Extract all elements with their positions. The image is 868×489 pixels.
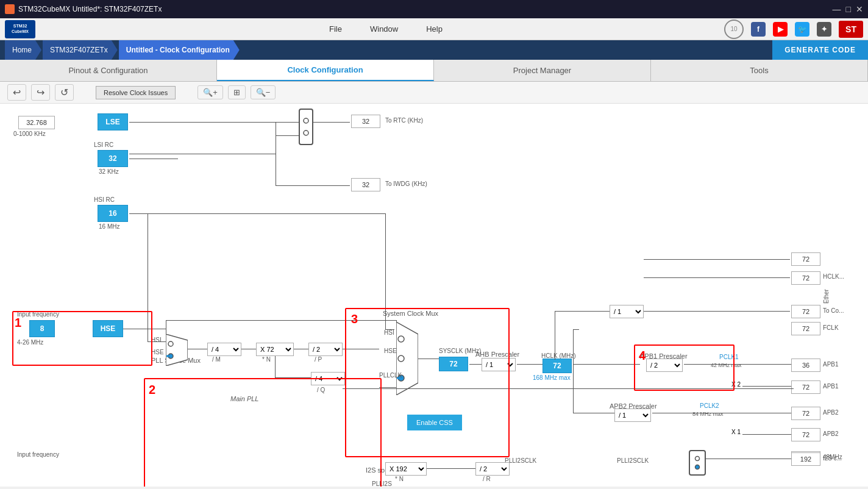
svg-point-12 xyxy=(695,465,700,469)
hclk-value[interactable]: 72 xyxy=(542,359,572,373)
hse-value-block[interactable]: 8 xyxy=(29,320,55,337)
hse-freq-range: 4-26 MHz xyxy=(17,339,43,346)
pclk2-label: PCLK2 xyxy=(700,402,719,409)
svg-point-8 xyxy=(398,355,404,362)
maximize-btn[interactable]: □ xyxy=(846,4,851,14)
menu-items: File Window Help xyxy=(48,22,724,36)
breadcrumb-device[interactable]: STM32F407ZETx xyxy=(43,40,118,60)
redo-button[interactable]: ↪ xyxy=(31,84,50,101)
sys-clock-mux-title: System Clock Mux xyxy=(383,310,456,322)
st-logo: ST xyxy=(839,21,863,38)
logo: STM32CubeMX xyxy=(5,20,35,38)
twitter-icon[interactable]: 🐦 xyxy=(795,22,809,37)
plli2sclk-label-right: PLLI2SCLK xyxy=(617,457,649,464)
iwdg-label: To IWDG (KHz) xyxy=(385,180,427,187)
generate-code-button[interactable]: GENERATE CODE xyxy=(772,40,868,60)
menu-file[interactable]: File xyxy=(324,22,347,36)
tab-pinout[interactable]: Pinout & Configuration xyxy=(0,60,217,81)
apb2-prescaler-select[interactable]: / 1 / 2 / 4 / 8 / 16 xyxy=(614,409,651,422)
svg-point-5 xyxy=(166,355,169,357)
minimize-btn[interactable]: — xyxy=(833,4,841,14)
i2s-mux[interactable] xyxy=(689,450,706,476)
lsi-label: LSI RC xyxy=(94,141,113,148)
version-badge: 10 xyxy=(724,20,744,39)
input-freq-label: Input frequency xyxy=(17,311,59,318)
svg-marker-2 xyxy=(166,334,188,366)
sysclk-value[interactable]: 72 xyxy=(439,357,468,371)
tab-project[interactable]: Project Manager xyxy=(434,60,651,81)
facebook-icon[interactable]: f xyxy=(751,22,766,37)
breadcrumb-home[interactable]: Home xyxy=(5,40,41,60)
step3-outline xyxy=(345,308,510,457)
apb2-per-value: 72 xyxy=(791,428,820,441)
menu-help[interactable]: Help xyxy=(421,22,447,36)
div-p-label: / P xyxy=(315,356,322,363)
tab-tools[interactable]: Tools xyxy=(651,60,868,81)
lsi-value-block[interactable]: 32 xyxy=(98,150,128,167)
div-q-select[interactable]: / 4 / 2 / 6 / 8 xyxy=(311,372,345,385)
main-pll-label: Main PLL xyxy=(230,395,258,402)
menu-bar: STM32CubeMX File Window Help 10 f ▶ 🐦 ✦ … xyxy=(0,18,868,40)
breadcrumb-bar: Home STM32F407ZETx Untitled - Clock Conf… xyxy=(0,40,868,60)
ahb-prescaler-select[interactable]: / 1 / 2 / 4 / 8 / 16 xyxy=(482,358,516,371)
lse-lsi-mux[interactable] xyxy=(299,109,313,145)
div-m-select[interactable]: / 4 / 1 / 2 / 3 / 5 / 6 / 8 xyxy=(207,343,241,356)
undo-button[interactable]: ↩ xyxy=(7,84,26,101)
mul-n-label: * N xyxy=(262,356,271,363)
logo-box: STM32CubeMX xyxy=(5,20,35,38)
fit-button[interactable]: ⊞ xyxy=(228,85,246,99)
x2-label: X 2 xyxy=(731,381,741,388)
step2-label: 2 xyxy=(149,383,155,397)
tab-clock[interactable]: Clock Configuration xyxy=(217,60,434,81)
youtube-icon[interactable]: ▶ xyxy=(773,22,788,37)
zoom-in-button[interactable]: 🔍+ xyxy=(197,85,223,99)
div1-select[interactable]: / 1 xyxy=(610,305,644,318)
plli2s-mul-select[interactable]: X 192 X 100 xyxy=(385,462,427,476)
hclk-mem-value: 72 xyxy=(791,271,820,285)
apb2-per-label: APB2 xyxy=(823,430,839,437)
resolve-clock-button[interactable]: Resolve Clock Issues xyxy=(96,86,176,99)
lse-block: LSE xyxy=(98,113,128,130)
hsi-value-block[interactable]: 16 xyxy=(98,205,128,222)
svg-point-7 xyxy=(398,336,404,342)
toco-label: To Co... xyxy=(823,307,844,314)
tab-bar: Pinout & Configuration Clock Configurati… xyxy=(0,60,868,82)
lse-freq-input[interactable]: 32.768 xyxy=(18,116,55,129)
breadcrumb-current[interactable]: Untitled - Clock Configuration xyxy=(119,40,240,60)
menu-right: 10 f ▶ 🐦 ✦ ST xyxy=(724,20,863,39)
hclk-mem-label: HCLK... xyxy=(823,273,844,280)
x1-label: X 1 xyxy=(731,429,741,435)
hse-sys-label: HSE xyxy=(384,348,397,354)
lse-freq-range: 0-1000 KHz xyxy=(13,130,46,137)
input-freq-label-bottom: Input frequency xyxy=(17,451,59,458)
hsi-unit: 16 MHz xyxy=(99,223,119,230)
enable-css-button[interactable]: Enable CSS xyxy=(407,415,462,430)
plli2s-label: PLLI2S xyxy=(372,480,392,487)
apb1-prescaler-select[interactable]: / 2 / 1 / 4 / 8 / 16 xyxy=(646,359,683,372)
iwdg-value: 32 xyxy=(351,178,380,191)
close-btn[interactable]: ✕ xyxy=(856,4,863,14)
menu-window[interactable]: Window xyxy=(365,22,403,36)
app-icon xyxy=(5,4,15,14)
zoom-out-button[interactable]: 🔍− xyxy=(251,85,276,99)
pclk1-max: 42 MHz max xyxy=(711,362,742,368)
step4-label: 4 xyxy=(639,349,646,363)
div-p-select[interactable]: / 2 / 4 / 6 / 8 xyxy=(308,343,343,356)
toolbar: ↩ ↪ ↺ Resolve Clock Issues 🔍+ ⊞ 🔍− xyxy=(0,82,868,104)
fclk-label: FCLK xyxy=(823,324,839,331)
window-controls[interactable]: — □ ✕ xyxy=(833,4,863,14)
svg-point-4 xyxy=(168,354,173,359)
network-icon[interactable]: ✦ xyxy=(817,22,831,37)
div-m-label: / M xyxy=(212,356,221,363)
refresh-button[interactable]: ↺ xyxy=(55,84,74,101)
pllclk-sys-label: PLLCLK xyxy=(379,372,402,379)
hsi-mux-label: HSI xyxy=(151,337,162,343)
ahb-prescaler-label: AHB Prescaler xyxy=(475,351,519,358)
div-q-label: / Q xyxy=(317,387,325,393)
mul-n-select[interactable]: X 72 X 50 X 100 X 192 xyxy=(256,343,294,356)
hclk-max: 168 MHz max xyxy=(533,374,571,381)
apb1-per-label: APB1 xyxy=(823,383,839,390)
pclk1-label: PCLK1 xyxy=(719,354,739,360)
plli2s-divr-select[interactable]: / 2 / 3 / 4 / 5 xyxy=(475,462,510,476)
plli2s-r-label: / R xyxy=(483,476,491,482)
